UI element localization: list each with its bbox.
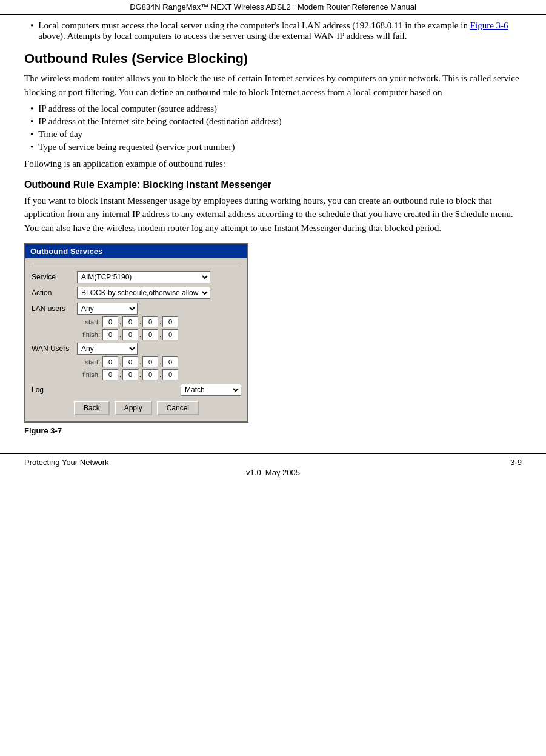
para3: If you want to block Instant Messenger u… [24, 194, 522, 235]
lan-finish-label: finish: [77, 331, 100, 338]
lan-start-row: start: . . . [32, 316, 241, 327]
page-content: • Local computers must access the local … [0, 15, 546, 453]
wan-finish-label: finish: [77, 371, 100, 378]
wan-start-ip-2[interactable] [122, 356, 138, 367]
log-label: Log [32, 386, 77, 394]
bullet-item-1: • Local computers must access the local … [24, 21, 522, 41]
service-label: Service [32, 273, 77, 281]
dot12: . [159, 370, 161, 380]
action-select[interactable]: BLOCK by schedule,otherwise allow [77, 287, 210, 299]
lan-start-ip-3[interactable] [142, 316, 158, 327]
dot1: . [119, 318, 121, 327]
wan-finish-row: finish: . . . [32, 369, 241, 380]
footer-right: 3-9 [510, 458, 522, 467]
action-label: Action [32, 289, 77, 297]
bullet-item-3: • IP address of the Internet site being … [24, 116, 522, 127]
dot9: . [159, 358, 161, 367]
wan-start-row: start: . . . [32, 356, 241, 367]
section1-heading: Outbound Rules (Service Blocking) [24, 51, 522, 67]
service-row: Service AIM(TCP:5190) [32, 271, 241, 283]
wan-start-label: start: [77, 358, 100, 366]
bullet-text-5: Type of service being requested (service… [38, 142, 235, 152]
dot4: . [119, 330, 121, 340]
bullet-text-2: IP address of the local computer (source… [38, 104, 217, 114]
lan-start-ip-4[interactable] [162, 316, 178, 327]
form-title: Outbound Services [25, 244, 247, 258]
bullet-dot-1: • [30, 21, 33, 41]
lan-users-row: LAN users Any [32, 303, 241, 315]
bullet-text-3: IP address of the Internet site being co… [38, 116, 281, 127]
bullet-item-5: • Type of service being requested (servi… [24, 142, 522, 152]
lan-finish-ip-3[interactable] [142, 329, 158, 340]
lan-select[interactable]: Any [77, 303, 138, 315]
footer-center: v1.0, May 2005 [24, 468, 522, 477]
lan-start-ip-1[interactable] [102, 316, 118, 327]
back-button[interactable]: Back [74, 401, 110, 415]
bullet-text-4: Time of day [38, 129, 82, 139]
service-select[interactable]: AIM(TCP:5190) [77, 271, 210, 283]
wan-start-ip-1[interactable] [102, 356, 118, 367]
bullet-text-1: Local computers must access the local se… [38, 21, 522, 41]
dot3: . [159, 318, 161, 327]
wan-users-row: WAN Users Any [32, 343, 241, 355]
para2: Following is an application example of o… [24, 157, 522, 171]
bullet-dot-2: • [30, 104, 33, 114]
wan-start-ip-4[interactable] [162, 356, 178, 367]
wan-label: WAN Users [32, 344, 77, 353]
dot5: . [139, 330, 141, 340]
dot10: . [119, 370, 121, 380]
wan-finish-ip-1[interactable] [102, 369, 118, 380]
form-inner: Service AIM(TCP:5190) Action BLOCK by sc… [25, 258, 247, 421]
lan-finish-row: finish: . . . [32, 329, 241, 340]
dot11: . [139, 370, 141, 380]
bullet-item-4: • Time of day [24, 129, 522, 139]
cancel-button[interactable]: Cancel [157, 401, 199, 415]
wan-finish-ip-2[interactable] [122, 369, 138, 380]
wan-start-ip-3[interactable] [142, 356, 158, 367]
apply-button[interactable]: Apply [115, 401, 152, 415]
bullet-dot-5: • [30, 142, 33, 152]
wan-select[interactable]: Any [77, 343, 138, 355]
bullet-dot-4: • [30, 129, 33, 139]
action-row: Action BLOCK by schedule,otherwise allow [32, 287, 241, 299]
sub-heading: Outbound Rule Example: Blocking Instant … [24, 179, 522, 190]
dot6: . [159, 330, 161, 340]
lan-finish-ip-1[interactable] [102, 329, 118, 340]
lan-start-ip: . . . [102, 316, 178, 327]
lan-label: LAN users [32, 304, 77, 313]
outbound-services-form: Outbound Services Service AIM(TCP:5190) … [24, 243, 248, 423]
wan-finish-ip: . . . [102, 369, 178, 380]
wan-start-ip: . . . [102, 356, 178, 367]
dot7: . [119, 358, 121, 367]
bullet-dot-3: • [30, 116, 33, 127]
page-header: DG834N RangeMax™ NEXT Wireless ADSL2+ Mo… [0, 0, 546, 15]
form-divider [32, 266, 241, 266]
bullet-item-2: • IP address of the local computer (sour… [24, 104, 522, 114]
footer-row1: Protecting Your Network 3-9 [24, 458, 522, 467]
lan-finish-ip-2[interactable] [122, 329, 138, 340]
log-select[interactable]: Match [181, 384, 241, 396]
figure-caption: Figure 3-7 [24, 426, 522, 435]
log-row: Log Match [32, 384, 241, 396]
dot2: . [139, 318, 141, 327]
figure-3-6-link[interactable]: Figure 3-6 [470, 21, 508, 30]
header-title: DG834N RangeMax™ NEXT Wireless ADSL2+ Mo… [130, 2, 416, 12]
wan-finish-ip-4[interactable] [162, 369, 178, 380]
lan-start-ip-2[interactable] [122, 316, 138, 327]
lan-finish-ip-4[interactable] [162, 329, 178, 340]
lan-start-label: start: [77, 318, 100, 326]
wan-finish-ip-3[interactable] [142, 369, 158, 380]
page-footer: Protecting Your Network 3-9 v1.0, May 20… [0, 453, 546, 480]
dot8: . [139, 358, 141, 367]
footer-left: Protecting Your Network [24, 458, 108, 467]
lan-finish-ip: . . . [102, 329, 178, 340]
buttons-row: Back Apply Cancel [32, 401, 241, 415]
para1: The wireless modem router allows you to … [24, 72, 522, 99]
